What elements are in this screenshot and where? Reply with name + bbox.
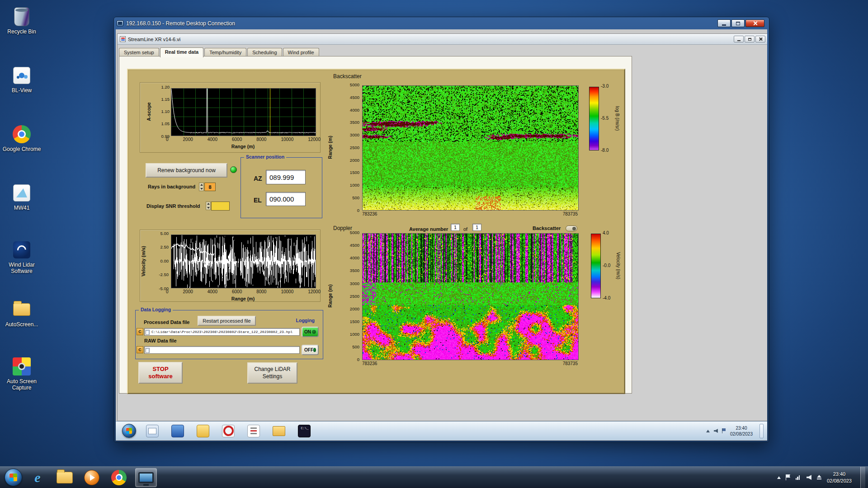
- tab-system-setup[interactable]: System setup: [119, 48, 159, 57]
- remote-taskbar-explorer-icon[interactable]: [146, 425, 159, 437]
- remote-desktop-icon: [138, 472, 154, 483]
- clock[interactable]: 23:40 02/08/2023: [827, 471, 852, 484]
- action-center-flag-icon[interactable]: [786, 474, 791, 480]
- remote-start-button[interactable]: [122, 424, 136, 438]
- raw-logging-off-button[interactable]: OFF: [302, 345, 319, 355]
- streamline-window: StreamLine XR v14-6.vi System setup Real…: [117, 33, 767, 421]
- rays-value[interactable]: 8: [204, 183, 216, 191]
- raw-file-path-field[interactable]: [144, 346, 300, 354]
- desktop-icon-recycle-bin[interactable]: Recycle Bin: [2, 6, 42, 35]
- file-icon: [146, 330, 150, 335]
- raw-data-file-label: RAW Data file: [144, 338, 177, 343]
- az-value: 089.999: [266, 170, 306, 184]
- remote-taskbar-notes-icon[interactable]: [197, 425, 209, 437]
- desktop-icon-bl-view[interactable]: BL-View: [2, 65, 42, 94]
- tab-temp-humidity[interactable]: Temp/humidity: [204, 48, 246, 57]
- desktop-icon-autoscreen-folder[interactable]: AutoScreen...: [2, 299, 42, 328]
- remote-clock[interactable]: 23:40 02/08/2023: [730, 425, 753, 437]
- rdp-window-title: 192.168.0.150 - Remote Desktop Connectio…: [126, 20, 717, 27]
- taskbar-chrome-button[interactable]: [108, 468, 130, 487]
- restart-processed-file-button[interactable]: Restart processed file: [198, 316, 256, 326]
- doppler-colorbar-ticks: 4.0-0.0-4.0: [603, 231, 614, 300]
- processed-file-path-field[interactable]: C:\Lidar\Data\Proc\2023\202308\20230802\…: [144, 328, 300, 336]
- rdp-maximize-button[interactable]: [731, 19, 745, 27]
- rdp-close-button[interactable]: [745, 19, 764, 27]
- rdp-minimize-button[interactable]: [717, 19, 731, 27]
- on-led: [312, 330, 316, 334]
- ascope-plot-canvas: [171, 88, 316, 136]
- desktop-icon-auto-screen-capture[interactable]: Auto Screen Capture: [2, 356, 42, 391]
- renew-background-led: [230, 166, 237, 173]
- snr-value[interactable]: [211, 202, 230, 211]
- taskbar-time: 23:40: [827, 471, 852, 477]
- el-value: 090.000: [266, 192, 306, 206]
- renew-background-button[interactable]: Renew background now: [146, 163, 227, 178]
- backscatter-y-axis-ticks: 5000450040003500300025002000150010005000: [340, 83, 359, 212]
- backscatter-colorbar-ticks: -3.0-5.5-8.0: [601, 84, 613, 153]
- desktop-icon-label: Wind Lidar Software: [2, 262, 42, 275]
- tab-real-time-data[interactable]: Real time data: [160, 47, 204, 57]
- hidden-icons-arrow[interactable]: [777, 476, 781, 479]
- processed-logging-on-button[interactable]: ON: [302, 327, 319, 337]
- remote-show-desktop-button[interactable]: [760, 424, 764, 438]
- average-number-value[interactable]: 1: [451, 224, 460, 231]
- tab-wind-profile[interactable]: Wind profile: [283, 48, 319, 57]
- desktop-icon-label: Recycle Bin: [2, 29, 42, 35]
- stop-software-button[interactable]: STOP software: [138, 362, 183, 384]
- rdp-window: 192.168.0.150 - Remote Desktop Connectio…: [113, 17, 769, 443]
- doppler-y-axis-label: Range (m): [327, 284, 333, 307]
- backscatter-toggle-switch[interactable]: [566, 225, 577, 231]
- remote-volume-icon[interactable]: [714, 429, 718, 433]
- velocity-y-axis-ticks: 5.002.500.00-2.50-5.00: [149, 231, 169, 291]
- processed-data-file-label: Processed Data file: [144, 319, 190, 325]
- remote-desktop-area: StreamLine XR v14-6.vi System setup Real…: [116, 29, 767, 441]
- remote-time: 23:40: [730, 425, 753, 431]
- tab-scheduling[interactable]: Scheduling: [247, 48, 282, 57]
- desktop-icon-wind-lidar[interactable]: Wind Lidar Software: [2, 239, 42, 275]
- app-minimize-button[interactable]: [734, 36, 744, 42]
- show-desktop-button[interactable]: [860, 467, 865, 488]
- tab-page-real-time-data: A-scope 1.201.151.101.050.99 02000400060…: [119, 56, 632, 394]
- backscatter-x-axis-ticks: 783236783735: [362, 212, 578, 216]
- remote-system-tray: 23:40 02/08/2023: [706, 424, 764, 438]
- remote-taskbar-app-icon[interactable]: [171, 425, 184, 437]
- folder-icon: [57, 472, 73, 483]
- remote-taskbar-capture-icon[interactable]: [247, 425, 260, 437]
- remote-action-center-icon[interactable]: [722, 428, 726, 433]
- processed-file-path: C:\Lidar\Data\Proc\2023\202308\20230802\…: [151, 330, 292, 334]
- mw41-icon: [13, 184, 30, 202]
- change-button-line1: Change LiDAR: [254, 366, 290, 373]
- network-icon[interactable]: [796, 475, 802, 480]
- backscatter-y-axis-label: Range (m): [327, 136, 333, 159]
- start-button[interactable]: [5, 469, 22, 486]
- change-lidar-settings-button[interactable]: Change LiDAR Settings: [247, 362, 297, 384]
- desktop-icon-mw41[interactable]: MW41: [2, 183, 42, 211]
- app-maximize-button[interactable]: [745, 36, 755, 42]
- taskbar-internet-explorer-button[interactable]: e: [27, 468, 48, 487]
- taskbar-explorer-button[interactable]: [54, 468, 75, 487]
- taskbar-media-player-button[interactable]: [81, 468, 103, 487]
- ascope-y-axis-label: A-scope: [146, 102, 151, 121]
- remote-taskbar-cmd-icon[interactable]: C:\_: [298, 425, 311, 437]
- desktop-icon-google-chrome[interactable]: Google Chrome: [2, 124, 42, 153]
- stop-button-line1: STOP: [152, 366, 168, 373]
- taskbar-rdp-button-active[interactable]: [135, 468, 157, 487]
- app-close-button[interactable]: [755, 36, 765, 42]
- remote-hidden-icons-arrow[interactable]: [706, 430, 710, 432]
- remote-taskbar-folder-icon[interactable]: [273, 426, 285, 436]
- processed-drive-letter[interactable]: C: [137, 328, 143, 335]
- folder-icon: [13, 303, 30, 316]
- backscatter-colorbar-label: log B (/m/sr): [615, 106, 620, 131]
- streamline-titlebar[interactable]: StreamLine XR v14-6.vi: [118, 34, 767, 45]
- safely-remove-hardware-icon[interactable]: [816, 475, 822, 480]
- on-label: ON: [304, 329, 311, 334]
- volume-icon[interactable]: [807, 475, 811, 480]
- average-of-value[interactable]: 1: [472, 224, 481, 231]
- raw-drive-letter[interactable]: C: [137, 346, 143, 353]
- change-button-line2: Settings: [263, 373, 282, 380]
- remote-taskbar-power-app-icon[interactable]: [222, 425, 235, 437]
- el-label: EL: [254, 197, 262, 204]
- rdp-titlebar[interactable]: 192.168.0.150 - Remote Desktop Connectio…: [114, 17, 769, 29]
- rays-spinner[interactable]: [199, 183, 204, 191]
- snr-spinner[interactable]: [206, 202, 211, 210]
